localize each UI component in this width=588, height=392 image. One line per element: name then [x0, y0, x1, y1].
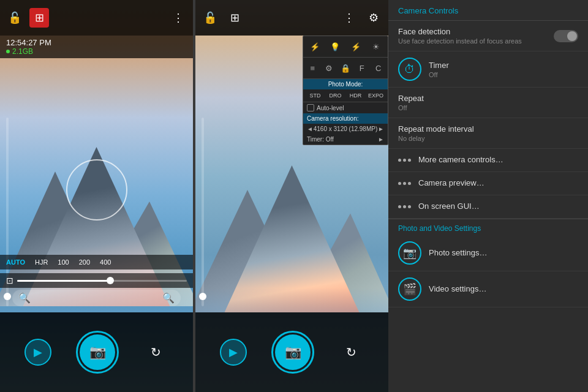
camera-preview-item[interactable]: Camera preview…: [388, 172, 588, 195]
video-settings-title: Video settings…: [429, 284, 578, 293]
face-detection-item[interactable]: Face detection Use face detection instea…: [388, 21, 588, 51]
dot1: [398, 159, 401, 162]
timer-title: Timer: [429, 61, 578, 70]
resolution-value-row[interactable]: ◄ 4160 x 3120 (12.98MP) ►: [303, 124, 388, 134]
toggle-thumb: [567, 31, 577, 41]
dd-icon-lock[interactable]: 🔒: [339, 61, 353, 75]
dd-icon-flash2[interactable]: 💡: [326, 39, 345, 54]
dd-icon-flash3[interactable]: ⚡: [347, 39, 365, 54]
timer-content: Timer Off: [429, 61, 578, 78]
capture-button[interactable]: 📷: [76, 331, 119, 374]
dot7: [398, 205, 401, 208]
lock-icon[interactable]: 🔓: [5, 8, 24, 28]
photo-settings-icon: 📷: [403, 246, 417, 260]
camera-resolution-label: Camera resolution:: [303, 113, 388, 124]
timer-item[interactable]: ⏱ Timer Off: [388, 51, 588, 88]
middle-settings-icon[interactable]: ⚙: [364, 8, 383, 28]
timer-row[interactable]: Timer: Off ►: [303, 134, 388, 145]
top-bar: 🔓 ⊞ ⋮: [0, 0, 193, 36]
exposure-slider-track[interactable]: [17, 280, 187, 282]
video-button[interactable]: ▶: [24, 339, 51, 366]
middle-vertical-thumb: [199, 293, 206, 300]
repeat-subtitle: Off: [398, 104, 578, 111]
iso-400-label[interactable]: 400: [100, 258, 111, 266]
iso-100-label[interactable]: 100: [58, 258, 69, 266]
zoom-in-icon[interactable]: 🔍: [162, 292, 175, 304]
camera-preview-title: Camera preview…: [418, 178, 578, 187]
middle-capture-button[interactable]: 📷: [271, 331, 314, 374]
storage-indicator: [6, 50, 10, 53]
auto-level-row[interactable]: Auto-level: [303, 102, 388, 113]
middle-vertical-slider[interactable]: [202, 118, 204, 306]
photo-settings-item[interactable]: 📷 Photo settings…: [388, 235, 588, 271]
mode-hdr[interactable]: HDR: [346, 91, 365, 100]
dropdown-icons-row2: ≡ ⚙ 🔒 F C: [303, 58, 388, 79]
storage-display: 2.1GB: [6, 47, 187, 56]
resolution-value: 4160 x 3120 (12.98MP): [314, 126, 378, 132]
focus-circle: [66, 159, 127, 221]
dd-icon-letter[interactable]: F: [355, 61, 369, 75]
repeat-item[interactable]: Repeat Off: [388, 88, 588, 118]
settings-panel: Camera Controls Face detection Use face …: [388, 0, 588, 392]
more-camera-controls-item[interactable]: More camera controls…: [388, 149, 588, 172]
zoom-out-icon[interactable]: 🔍: [18, 292, 31, 304]
middle-camera-flip-button[interactable]: ↻: [339, 340, 364, 364]
video-settings-icon-circle: 🎬: [398, 277, 421, 301]
more-camera-title: More camera controls…: [418, 155, 578, 164]
bottom-controls: ▶ 📷 ↻: [0, 312, 193, 392]
face-detection-toggle[interactable]: [554, 30, 578, 42]
timer-icon: ⏱: [404, 63, 415, 76]
repeat-interval-subtitle: No delay: [398, 135, 578, 142]
exposure-icon[interactable]: ⊞: [29, 8, 49, 28]
repeat-interval-item[interactable]: Repeat mode interval No delay: [388, 118, 588, 149]
exposure-minus-icon: ⊡: [6, 276, 13, 285]
dd-icon-c[interactable]: C: [371, 61, 385, 75]
middle-lock-icon[interactable]: 🔓: [200, 8, 220, 28]
middle-bottom-controls: ▶ 📷 ↻: [195, 312, 388, 392]
face-detection-title: Face detection: [398, 27, 546, 36]
more-camera-content: More camera controls…: [418, 155, 578, 165]
middle-phone-panel: 🔓 ⊞ ⋮ ⚙ ⚡ 💡 ⚡ ☀ ≡ ⚙ 🔒 F C Photo Mode: ST…: [195, 0, 388, 392]
timer-subtitle: Off: [429, 71, 578, 78]
more-options-icon[interactable]: ⋮: [168, 8, 188, 28]
left-phone-panel: 🔓 ⊞ ⋮ 12:54:27 PM 2.1GB AUTO HJR 100 200…: [0, 0, 193, 392]
dd-icon-white[interactable]: ☀: [368, 39, 386, 54]
on-screen-gui-item[interactable]: On screen GUI…: [388, 195, 588, 219]
video-settings-item[interactable]: 🎬 Video settings…: [388, 271, 588, 307]
repeat-content: Repeat Off: [398, 94, 578, 111]
mode-expo[interactable]: EXPO: [366, 91, 385, 100]
exposure-slider-fill: [17, 280, 110, 282]
iso-bar: AUTO HJR 100 200 400: [0, 255, 193, 270]
iso-auto-label[interactable]: AUTO: [6, 258, 25, 266]
on-screen-gui-content: On screen GUI…: [418, 202, 578, 212]
dd-icon-flash[interactable]: ⚡: [306, 39, 324, 54]
dot3: [408, 159, 411, 162]
iso-hjr-label[interactable]: HJR: [35, 258, 48, 266]
camera-info-bar: 12:54:27 PM 2.1GB: [0, 36, 193, 58]
on-screen-gui-title: On screen GUI…: [418, 202, 578, 211]
face-detection-subtitle: Use face detection instead of focus area…: [398, 37, 546, 45]
zoom-bar: 🔍 🔍: [12, 290, 181, 306]
dd-icon-gear[interactable]: ⚙: [322, 61, 336, 75]
middle-more-icon[interactable]: ⋮: [339, 8, 359, 28]
dot4: [398, 182, 401, 185]
repeat-interval-title: Repeat mode interval: [398, 124, 578, 134]
photo-settings-title: Photo settings…: [429, 248, 578, 257]
settings-panel-header: Camera Controls: [388, 0, 588, 21]
dot8: [403, 205, 406, 208]
dd-icon-set1[interactable]: ≡: [306, 61, 320, 75]
timer-icon-circle: ⏱: [398, 58, 421, 81]
camera-flip-button[interactable]: ↻: [144, 340, 168, 364]
middle-exposure-icon[interactable]: ⊞: [225, 8, 244, 28]
vertical-slider-thumb: [4, 293, 11, 300]
auto-level-label: Auto-level: [317, 105, 344, 111]
mode-std[interactable]: STD: [306, 91, 325, 100]
dropdown-icons-row: ⚡ 💡 ⚡ ☀: [303, 36, 388, 58]
mode-dro[interactable]: DRO: [326, 91, 345, 100]
middle-video-button[interactable]: ▶: [220, 339, 247, 366]
dot5: [403, 182, 406, 185]
repeat-interval-content: Repeat mode interval No delay: [398, 124, 578, 142]
timer-arrow: ►: [378, 136, 384, 143]
iso-200-label[interactable]: 200: [79, 258, 90, 266]
auto-level-checkbox[interactable]: [307, 104, 314, 111]
